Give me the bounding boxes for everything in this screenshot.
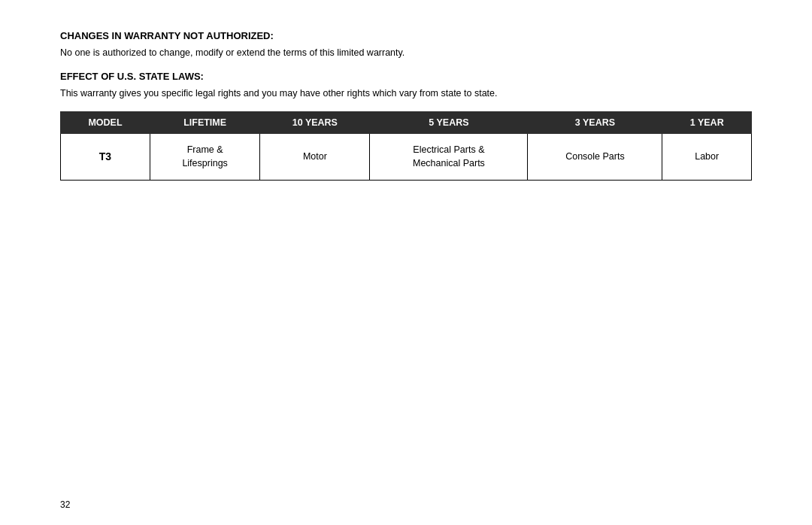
col-header-model: MODEL [61,111,150,133]
page-number: 32 [60,499,70,510]
changes-text: No one is authorized to change, modify o… [60,46,752,60]
cell-lifetime: Frame &Lifesprings [150,133,259,181]
col-header-lifetime: LIFETIME [150,111,259,133]
col-header-1year: 1 YEAR [662,111,752,133]
effect-title: EFFECT OF U.S. STATE LAWS: [60,71,752,82]
page-content: CHANGES IN WARRANTY NOT AUTHORIZED: No o… [0,0,812,226]
cell-3years: Console Parts [528,133,662,181]
table-header-row: MODEL LIFETIME 10 YEARS 5 YEARS 3 YEARS … [61,111,752,133]
changes-title: CHANGES IN WARRANTY NOT AUTHORIZED: [60,30,752,41]
col-header-10years: 10 YEARS [260,111,370,133]
cell-5years: Electrical Parts &Mechanical Parts [370,133,528,181]
warranty-table: MODEL LIFETIME 10 YEARS 5 YEARS 3 YEARS … [60,111,752,181]
effect-text: This warranty gives you specific legal r… [60,86,752,101]
cell-10years: Motor [260,133,370,181]
cell-model: T3 [61,133,150,181]
table-row: T3 Frame &Lifesprings Motor Electrical P… [61,133,752,181]
cell-1year: Labor [662,133,752,181]
col-header-5years: 5 YEARS [370,111,528,133]
col-header-3years: 3 YEARS [528,111,662,133]
